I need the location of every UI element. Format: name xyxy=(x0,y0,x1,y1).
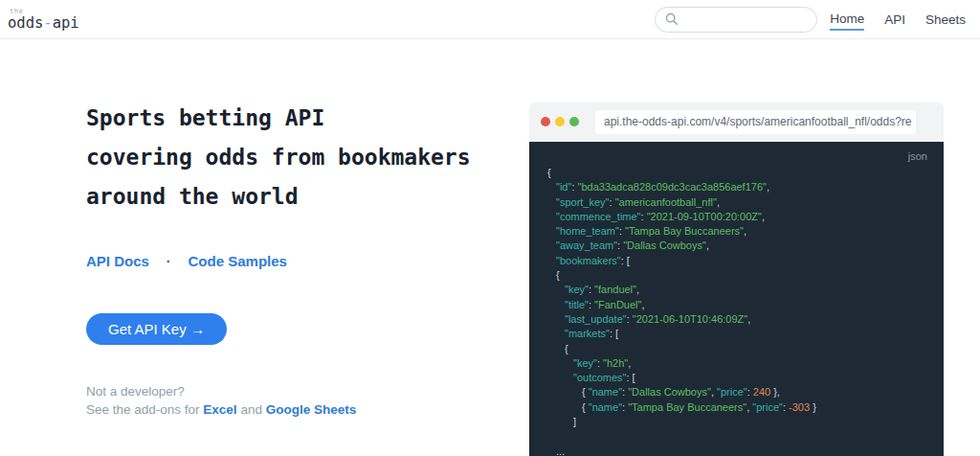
hero-section: Sports betting API covering odds from bo… xyxy=(86,99,536,419)
code-line: { xyxy=(547,166,936,180)
nav-link-api[interactable]: API xyxy=(884,9,905,30)
code-line: "key": "h2h", xyxy=(547,356,936,371)
search-icon xyxy=(665,12,679,26)
code-line: "key": "fanduel", xyxy=(547,283,936,297)
code-line: "title": "FanDuel", xyxy=(547,298,936,312)
nav-link-home[interactable]: Home xyxy=(830,8,864,31)
code-line: "away_team": "Dallas Cowboys", xyxy=(547,239,936,253)
code-line: "home_team": "Tampa Bay Buccaneers", xyxy=(547,224,936,239)
code-samples-link[interactable]: Code Samples xyxy=(189,253,287,269)
code-line xyxy=(547,429,936,444)
logo[interactable]: the odds-api xyxy=(8,7,79,32)
code-line: { xyxy=(547,342,936,356)
code-line: "commence_time": "2021-09-10T00:20:00Z", xyxy=(547,210,936,224)
language-badge: json xyxy=(529,142,944,164)
get-api-key-button[interactable]: Get API Key → xyxy=(86,313,227,345)
code-line: "sport_key": "americanfootball_nfl", xyxy=(547,195,936,210)
traffic-light-yellow-icon xyxy=(555,117,565,126)
header: the odds-api Home API Sheets xyxy=(0,0,980,39)
excel-addon-link[interactable]: Excel xyxy=(203,402,236,417)
link-separator: · xyxy=(167,254,171,269)
code-line: "last_update": "2021-06-10T10:46:09Z", xyxy=(547,312,936,327)
api-docs-link[interactable]: API Docs xyxy=(86,253,149,269)
code-line: ... xyxy=(547,445,936,456)
code-line: { xyxy=(547,268,936,283)
title-line-2: covering odds from bookmakers xyxy=(86,138,536,177)
code-line: { "name": "Tampa Bay Buccaneers", "price… xyxy=(547,400,936,415)
url-bar: api.the-odds-api.com/v4/sports/americanf… xyxy=(595,110,916,134)
code-panel: json {"id": "bda33adca828c09dc3cac3a856a… xyxy=(529,142,944,456)
footnote-line-1: Not a developer? xyxy=(86,382,536,400)
code-block: {"id": "bda33adca828c09dc3cac3a856aef176… xyxy=(529,164,944,456)
main-nav: Home API Sheets xyxy=(830,8,966,31)
title-line-1: Sports betting API xyxy=(86,99,536,138)
hero-links: API Docs · Code Samples xyxy=(86,253,536,269)
traffic-light-red-icon xyxy=(541,117,550,126)
browser-chrome-bar: api.the-odds-api.com/v4/sports/americanf… xyxy=(529,103,944,142)
google-sheets-addon-link[interactable]: Google Sheets xyxy=(266,402,357,417)
code-line: "bookmakers": [ xyxy=(547,254,936,268)
code-line: ] xyxy=(547,415,936,429)
footnote: Not a developer? See the add-ons for Exc… xyxy=(86,382,536,419)
browser-mockup: api.the-odds-api.com/v4/sports/americanf… xyxy=(529,103,944,456)
search-input[interactable] xyxy=(684,12,807,26)
traffic-light-green-icon xyxy=(569,117,579,126)
code-line: "markets": [ xyxy=(547,327,936,341)
nav-link-sheets[interactable]: Sheets xyxy=(925,9,966,30)
search-box xyxy=(655,7,817,33)
logo-wordmark: odds-api xyxy=(8,14,79,32)
page-title: Sports betting API covering odds from bo… xyxy=(86,99,536,217)
code-line: "outcomes": [ xyxy=(547,371,936,385)
title-line-3: around the world xyxy=(86,177,536,217)
code-line: { "name": "Dallas Cowboys", "price": 240… xyxy=(547,385,936,399)
code-line: "id": "bda33adca828c09dc3cac3a856aef176"… xyxy=(547,180,936,194)
footnote-line-2: See the add-ons for Excel and Google She… xyxy=(86,400,536,419)
